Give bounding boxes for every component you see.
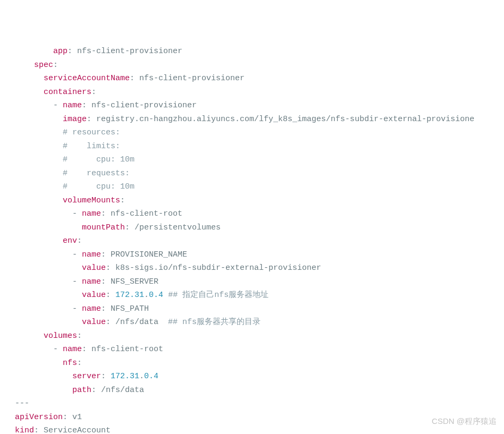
watermark: CSDN @程序猿追 <box>432 414 497 428</box>
code-line: image: registry.cn-hangzhou.aliyuncs.com… <box>15 113 504 126</box>
token-txt: /persistentvolumes <box>135 223 221 232</box>
token-txt: : <box>106 291 115 300</box>
code-line: kind: ServiceAccount <box>15 424 504 434</box>
token-txt: : <box>101 372 111 381</box>
token-txt: : <box>101 250 111 259</box>
code-line: --- <box>15 397 504 411</box>
token-txt: /nfs/data <box>115 318 168 327</box>
token-txt: : <box>101 277 111 286</box>
token-num: 172.31 <box>115 291 144 300</box>
token-cmt: ## 指定自己nfs服务器地址 <box>168 291 268 300</box>
code-line: app: nfs-client-provisioner <box>15 45 504 58</box>
token-txt: : <box>87 115 96 124</box>
token-key: app <box>53 47 68 56</box>
token-num: 0.4 <box>144 372 158 381</box>
token-txt: : <box>120 196 125 205</box>
token-cmt: # cpu: 10m <box>63 182 135 191</box>
token-key: name <box>63 101 82 110</box>
token-key: nfs <box>63 359 77 368</box>
token-dash: - <box>72 304 82 313</box>
code-line: volumes: <box>15 329 504 343</box>
token-key: apiVersion <box>15 413 63 422</box>
token-key: volumes <box>44 331 77 341</box>
token-num: 172.31 <box>111 372 139 381</box>
code-line: # limits: <box>15 140 504 154</box>
code-line: nfs: <box>15 356 504 370</box>
token-txt: : <box>77 236 82 245</box>
token-txt: : <box>82 101 91 110</box>
token-txt: NFS_SERVER <box>111 277 158 286</box>
token-key: spec <box>34 61 53 70</box>
code-line: # requests: <box>15 167 504 181</box>
code-line: - name: NFS_PATH <box>15 302 504 316</box>
token-key: env <box>63 236 77 245</box>
token-key: server <box>72 372 101 381</box>
token-dash: - <box>53 345 63 354</box>
token-key: name <box>82 250 101 259</box>
token-txt: /nfs/data <box>101 386 144 395</box>
token-key: kind <box>15 426 34 434</box>
token-key: mountPath <box>82 223 125 232</box>
token-txt: nfs-client-provisioner <box>91 101 197 110</box>
token-dash: - <box>72 250 82 259</box>
token-txt: : <box>106 318 115 327</box>
token-key: name <box>63 345 82 354</box>
token-txt: : <box>101 304 111 313</box>
token-txt: : <box>77 331 82 341</box>
code-line: - name: nfs-client-root <box>15 207 504 221</box>
token-txt: . <box>144 291 149 300</box>
code-line: env: <box>15 234 504 248</box>
token-docsep: --- <box>15 399 29 408</box>
token-cmt: # requests: <box>63 169 130 178</box>
code-line: apiVersion: v1 <box>15 411 504 424</box>
code-line: spec: <box>15 58 504 72</box>
token-txt: nfs-client-provisioner <box>77 47 182 56</box>
code-line: # cpu: 10m <box>15 153 504 167</box>
token-txt: : <box>125 223 135 232</box>
token-cmt: # resources: <box>63 128 120 137</box>
token-dash: - <box>53 101 63 110</box>
code-line: server: 172.31.0.4 <box>15 370 504 384</box>
code-line: mountPath: /persistentvolumes <box>15 221 504 235</box>
token-txt: : <box>34 426 44 434</box>
token-txt: : <box>101 209 111 218</box>
token-txt: nfs-client-root <box>91 345 163 354</box>
token-txt: registry.cn-hangzhou.aliyuncs.com/lfy_k8… <box>96 115 474 124</box>
code-line: volumeMounts: <box>15 194 504 208</box>
token-dash: - <box>72 209 82 218</box>
token-key: name <box>82 277 101 286</box>
token-key: path <box>72 386 91 395</box>
token-dash: - <box>72 277 82 286</box>
token-key: name <box>82 209 101 218</box>
token-txt: : <box>91 386 101 395</box>
token-key: value <box>82 263 106 273</box>
code-line: - name: nfs-client-root <box>15 343 504 356</box>
code-line: # resources: <box>15 126 504 140</box>
code-line: value: /nfs/data ## nfs服务器共享的目录 <box>15 316 504 329</box>
code-line: serviceAccountName: nfs-client-provision… <box>15 72 504 86</box>
code-line: - name: PROVISIONER_NAME <box>15 248 504 262</box>
token-cmt: # limits: <box>63 142 120 151</box>
token-txt: ServiceAccount <box>44 426 111 434</box>
token-txt: nfs-client-provisioner <box>139 74 245 83</box>
token-txt: : <box>106 263 115 273</box>
code-line: containers: <box>15 86 504 99</box>
token-txt: v1 <box>72 413 82 422</box>
token-txt: . <box>139 372 144 381</box>
token-txt: : <box>68 47 77 56</box>
token-txt: : <box>63 413 72 422</box>
token-txt: : <box>91 88 96 97</box>
token-num: 0.4 <box>149 291 163 300</box>
token-txt <box>163 291 168 300</box>
token-txt: : <box>53 61 58 70</box>
token-txt: : <box>130 74 139 83</box>
token-key: name <box>82 304 101 313</box>
token-txt: PROVISIONER_NAME <box>111 250 187 259</box>
token-key: value <box>82 291 106 300</box>
code-line: value: 172.31.0.4 ## 指定自己nfs服务器地址 <box>15 288 504 302</box>
code-block: app: nfs-client-provisioner spec: servic… <box>15 45 504 434</box>
token-txt: : <box>82 345 91 354</box>
token-key: image <box>63 115 87 124</box>
code-line: # cpu: 10m <box>15 180 504 194</box>
code-line: - name: NFS_SERVER <box>15 275 504 289</box>
